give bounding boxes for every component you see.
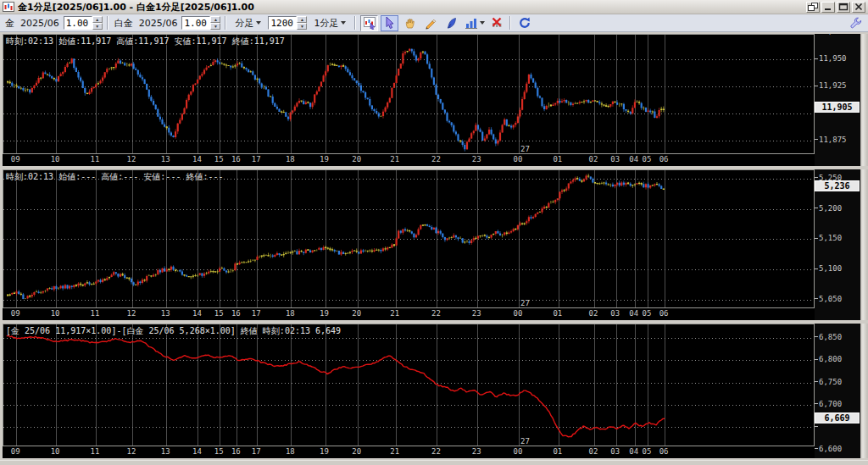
toolbar-separator	[354, 16, 356, 30]
title-bar[interactable]: 金1分足[2025/06]1.00 - 白金1分足[2025/06]1.00	[0, 0, 868, 14]
time-tick-label: 22	[431, 155, 441, 163]
indicator-button-group	[462, 15, 485, 31]
pointer-tool-button[interactable]	[381, 15, 398, 31]
refresh-button[interactable]	[515, 15, 533, 31]
platinum-plot-area[interactable]: 時刻:02:13 始値:--- 高値:--- 安値:--- 終値:--- 27	[3, 169, 815, 308]
chevron-down-icon[interactable]	[480, 21, 485, 25]
period-dropdown[interactable]: 1分足	[309, 15, 350, 31]
price-tick-label: 6,600	[819, 445, 842, 453]
platinum-info-line: 時刻:02:13 始値:--- 高値:--- 安値:--- 終値:---	[6, 171, 224, 183]
spread-time-axis: 0910111213141516171819202122230001020304…	[3, 446, 815, 458]
spread-price-axis: 6,6006,7006,7506,8006,8506,669	[815, 324, 860, 458]
current-price-badge: 6,669	[815, 412, 860, 423]
platinum-multiplier-up-button[interactable]: ▲	[210, 16, 220, 23]
time-tick-label: 03	[610, 447, 620, 456]
time-tick-label: 01	[553, 309, 562, 318]
price-tick-label: 6,700	[819, 400, 842, 408]
window-title: 金1分足[2025/06]1.00 - 白金1分足[2025/06]1.00	[18, 1, 803, 14]
time-tick-label: 18	[286, 309, 295, 318]
time-tick-label: 19	[320, 447, 329, 456]
gold-symbol-label: 金	[3, 17, 16, 30]
day-marker-label: 27	[520, 299, 530, 307]
time-tick-label: 11	[91, 447, 100, 456]
layers-button[interactable]	[806, 2, 820, 13]
spread-plot-area[interactable]: [金 25/06 11,917×1.00]-[白金 25/06 5,268×1.…	[3, 324, 815, 446]
wrench-icon	[849, 16, 863, 30]
maximize-button[interactable]	[837, 2, 850, 13]
toolbar: 金 2025/06 ▲ ▼ 白金 2025/06 ▲ ▼ 分足 ▲	[0, 14, 868, 32]
price-tick-mark	[815, 58, 818, 59]
window-right-border	[860, 169, 868, 320]
time-tick-label: 22	[431, 309, 441, 318]
time-tick-label: 04	[629, 447, 638, 456]
window-bottom-border	[0, 460, 868, 465]
price-tick-label: 5,050	[819, 295, 842, 303]
time-tick-label: 17	[252, 155, 261, 163]
period-label: 1分足	[314, 17, 338, 30]
gold-multiplier-spinbox: ▲ ▼	[64, 16, 103, 30]
toolbar-separator	[509, 16, 511, 30]
minimize-button[interactable]	[821, 2, 835, 13]
gold-multiplier-input[interactable]	[64, 16, 92, 30]
time-tick-label: 19	[320, 309, 329, 318]
bar-count-input[interactable]	[268, 16, 297, 30]
toolbar-separator	[107, 16, 108, 30]
price-tick-mark	[815, 381, 818, 382]
pen-tool-button[interactable]	[442, 15, 459, 31]
price-tick-label: 6,850	[819, 333, 842, 341]
price-tick-label: 11,950	[819, 54, 847, 63]
platinum-multiplier-input[interactable]	[181, 16, 210, 30]
time-tick-label: 09	[11, 447, 20, 456]
hand-tool-button[interactable]	[401, 15, 419, 31]
price-tick-label: 11,875	[819, 136, 847, 144]
bar-count-down-button[interactable]: ▼	[297, 23, 307, 30]
settings-button[interactable]	[847, 15, 865, 31]
bar-count-up-button[interactable]: ▲	[297, 16, 307, 23]
time-tick-label: 23	[472, 447, 481, 456]
current-price-badge: 11,905	[815, 102, 860, 113]
time-tick-label: 05	[643, 309, 652, 318]
time-tick-label: 02	[589, 447, 598, 456]
gold-price-axis: 11,87511,92511,95011,97511,905	[815, 34, 860, 166]
spread-chart-panel: [金 25/06 11,917×1.00]-[白金 25/06 5,268×1.…	[0, 322, 868, 460]
platinum-price-axis: 5,0505,1005,1505,2005,2505,236	[815, 169, 860, 320]
chevron-down-icon	[256, 21, 261, 25]
delete-drawing-button[interactable]	[487, 15, 505, 31]
platinum-multiplier-down-button[interactable]: ▼	[210, 23, 220, 30]
price-tick-mark	[815, 426, 818, 427]
gold-plot-area[interactable]: 時刻:02:13 始値:11,917 高値:11,917 安値:11,917 終…	[3, 34, 815, 154]
platinum-contract-month-label: 2025/06	[137, 18, 180, 29]
time-tick-label: 00	[514, 309, 523, 318]
price-tick-label: 5,100	[819, 264, 842, 273]
price-tick-mark	[815, 336, 818, 337]
time-tick-label: 23	[472, 155, 481, 163]
close-button[interactable]	[852, 2, 865, 13]
maximize-icon	[838, 3, 849, 11]
time-tick-label: 04	[629, 309, 638, 318]
price-tick-label: 6,750	[819, 378, 842, 386]
time-tick-label: 13	[161, 155, 170, 163]
time-tick-label: 15	[214, 309, 224, 318]
window-chart-icon	[3, 2, 14, 12]
price-tick-mark	[815, 359, 818, 360]
time-tick-label: 17	[252, 447, 261, 456]
chart-select-tool-button[interactable]	[360, 15, 378, 31]
time-tick-label: 16	[231, 155, 241, 163]
time-tick-label: 18	[286, 155, 295, 163]
price-tick-label: 5,200	[819, 204, 842, 213]
price-tick-mark	[815, 208, 818, 208]
gold-multiplier-up-button[interactable]: ▲	[92, 16, 103, 23]
hand-icon	[403, 16, 417, 30]
bar-type-label: 分足	[235, 17, 253, 30]
price-tick-label: 6,800	[819, 355, 842, 363]
time-tick-label: 00	[514, 155, 523, 163]
indicator-chart-button[interactable]	[462, 15, 480, 31]
gold-multiplier-down-button[interactable]: ▼	[92, 23, 103, 30]
price-tick-mark	[815, 139, 818, 140]
price-tick-mark	[815, 86, 818, 86]
time-tick-label: 20	[352, 309, 361, 318]
price-tick-mark	[815, 268, 818, 269]
pencil-tool-button[interactable]	[421, 15, 439, 31]
pointer-arrow-icon	[383, 16, 397, 30]
bar-type-dropdown[interactable]: 分足	[231, 15, 265, 31]
